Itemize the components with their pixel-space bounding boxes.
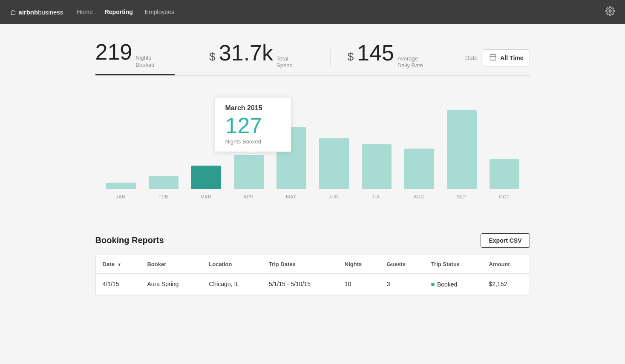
bar-apr[interactable] xyxy=(234,155,264,189)
main-content: 219 Nights Booked $ 31.7k Total Spend $ … xyxy=(78,24,547,295)
logo-sub: business xyxy=(38,9,63,16)
calendar-icon xyxy=(489,53,497,63)
chart-col-jul[interactable]: JUL xyxy=(355,144,398,199)
cell-amount: $2,152 xyxy=(482,273,530,295)
col-nights: Nights xyxy=(338,255,380,274)
nights-booked-label: Nights Booked xyxy=(135,54,154,69)
col-booker: Booker xyxy=(140,255,202,274)
airbnb-icon: ⌂ xyxy=(10,6,16,17)
bar-jun[interactable] xyxy=(319,138,349,189)
cell-booker: Aura Spring xyxy=(140,273,202,295)
nav-links: Home Reporting Employees xyxy=(77,9,174,15)
nights-booked-value: 219 xyxy=(95,41,132,63)
bar-label-apr: APR xyxy=(243,194,253,199)
cell-nights: 10 xyxy=(338,273,380,295)
cell-trip-dates: 5/1/15 - 5/10/15 xyxy=(262,273,338,295)
avg-daily-dollar: $ xyxy=(348,51,354,62)
nav-employees[interactable]: Employees xyxy=(145,9,174,15)
chart-col-jun[interactable]: JUN xyxy=(313,138,355,199)
cell-date: 4/1/15 xyxy=(96,273,141,295)
status-dot xyxy=(431,283,435,286)
table-header-row: Date ▼ Booker Location Trip Dates Nights… xyxy=(96,255,530,274)
export-csv-button[interactable]: Export CSV xyxy=(481,233,530,248)
chart-tooltip: March 2015 127 Nights Booked xyxy=(215,97,291,152)
booking-table-wrapper: Date ▼ Booker Location Trip Dates Nights… xyxy=(95,255,530,295)
cell-location: Chicago, IL xyxy=(202,273,262,295)
avg-daily-value: 145 xyxy=(357,42,394,64)
date-filter: Date All Time xyxy=(465,49,530,66)
bar-label-jan: JAN xyxy=(116,194,125,199)
sort-arrow: ▼ xyxy=(117,262,121,267)
cell-status: Booked xyxy=(424,273,482,295)
bar-label-jun: JUN xyxy=(329,194,339,199)
bar-label-jul: JUL xyxy=(372,194,381,199)
avg-daily-label: Average Daily Rate xyxy=(397,55,423,70)
stat-nights-booked: 219 Nights Booked xyxy=(95,41,175,75)
stat-avg-daily: $ 145 Average Daily Rate xyxy=(348,42,444,75)
bar-sep[interactable] xyxy=(447,110,477,189)
bar-feb[interactable] xyxy=(149,176,179,189)
reports-title: Booking Reports xyxy=(95,235,164,245)
status-label: Booked xyxy=(437,281,457,288)
nav-home[interactable]: Home xyxy=(77,9,92,15)
total-spend-dollar: $ xyxy=(209,51,215,62)
svg-rect-1 xyxy=(490,54,496,60)
logo: ⌂ airbnbbusiness xyxy=(10,6,63,17)
col-date[interactable]: Date ▼ xyxy=(96,255,141,274)
cell-guests: 3 xyxy=(380,273,424,295)
stat-total-spend: $ 31.7k Total Spend xyxy=(209,42,313,75)
reports-section: Booking Reports Export CSV Date ▼ Booker… xyxy=(95,233,530,295)
date-filter-value: All Time xyxy=(500,54,523,61)
stat-divider-2 xyxy=(330,49,331,66)
svg-point-0 xyxy=(609,10,611,12)
logo-text: airbnbbusiness xyxy=(18,9,63,16)
chart-col-sep[interactable]: SEP xyxy=(441,110,483,199)
total-spend-label: Total Spend xyxy=(276,55,293,70)
chart-bars: JANFEBMARAPRMAYJUNJULAUGSEPOCT xyxy=(95,89,530,199)
bar-label-feb: FEB xyxy=(158,194,168,199)
nav-left: ⌂ airbnbbusiness Home Reporting Employee… xyxy=(10,6,174,17)
bar-mar[interactable] xyxy=(191,166,221,189)
table-body: 4/1/15Aura SpringChicago, IL5/1/15 - 5/1… xyxy=(96,273,530,295)
total-spend-value: 31.7k xyxy=(219,42,273,64)
date-filter-label: Date xyxy=(465,54,478,61)
col-amount: Amount xyxy=(482,255,530,274)
stat-divider-1 xyxy=(192,49,192,66)
bar-label-aug: AUG xyxy=(414,194,424,199)
chart-col-jan[interactable]: JAN xyxy=(100,183,142,199)
chart-col-oct[interactable]: OCT xyxy=(483,159,526,199)
chart-container: March 2015 127 Nights Booked JANFEBMARAP… xyxy=(95,89,530,216)
stats-row: 219 Nights Booked $ 31.7k Total Spend $ … xyxy=(95,41,530,75)
bar-oct[interactable] xyxy=(490,159,519,189)
tooltip-month: March 2015 xyxy=(225,104,281,112)
col-location: Location xyxy=(202,255,262,274)
col-trip-dates: Trip Dates xyxy=(262,255,338,274)
chart-col-mar[interactable]: MAR xyxy=(185,166,228,199)
nav-reporting[interactable]: Reporting xyxy=(105,9,133,15)
bar-jan[interactable] xyxy=(106,183,136,189)
tooltip-value: 127 xyxy=(225,115,281,137)
bar-label-may: MAY xyxy=(286,194,297,199)
navigation: ⌂ airbnbbusiness Home Reporting Employee… xyxy=(0,0,625,24)
settings-button[interactable] xyxy=(605,6,615,18)
stats-divider xyxy=(95,75,530,76)
bar-label-oct: OCT xyxy=(499,194,510,199)
chart-col-feb[interactable]: FEB xyxy=(142,176,185,199)
col-guests: Guests xyxy=(380,255,424,274)
chart-col-aug[interactable]: AUG xyxy=(398,149,441,199)
chart-col-apr[interactable]: APR xyxy=(228,155,270,199)
tooltip-desc: Nights Booked xyxy=(225,138,281,145)
table-row: 4/1/15Aura SpringChicago, IL5/1/15 - 5/1… xyxy=(96,273,530,295)
bar-label-sep: SEP xyxy=(457,194,467,199)
bar-jul[interactable] xyxy=(362,144,392,189)
date-filter-button[interactable]: All Time xyxy=(483,49,530,66)
bar-label-mar: MAR xyxy=(201,194,212,199)
booking-table: Date ▼ Booker Location Trip Dates Nights… xyxy=(96,255,530,295)
reports-header: Booking Reports Export CSV xyxy=(95,233,530,248)
bar-aug[interactable] xyxy=(404,149,434,189)
col-trip-status: Trip Status xyxy=(424,255,482,274)
